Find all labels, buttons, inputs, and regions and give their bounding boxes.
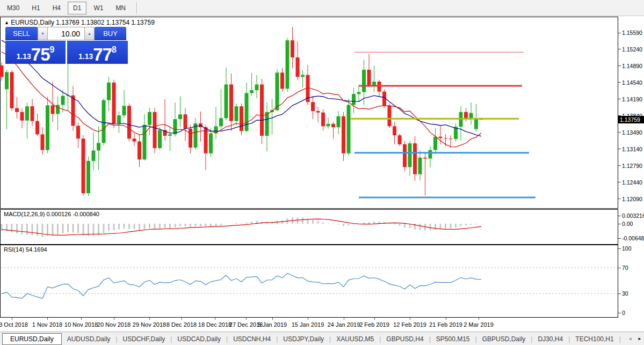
one-click-trading-widget: SELL ▼ ▲ BUY 1.13 75 9 1.13 77 8 <box>5 27 128 64</box>
chart-ohlc-values: 1.13769 1.13802 1.13754 1.13759 <box>56 19 155 26</box>
chart-tab-audusd-daily[interactable]: AUDUSD,Daily <box>62 334 116 344</box>
chart-tab-tech100-h1[interactable]: TECH100,H1 <box>570 334 619 344</box>
date-tick <box>114 318 114 320</box>
price-axis-label: 1.15590 <box>622 30 642 36</box>
date-tick <box>272 318 273 320</box>
toolbar-separator <box>136 2 137 14</box>
chart-tab-usdcad-daily[interactable]: USDCAD,Daily <box>172 334 226 344</box>
tab-scroll-right-icon[interactable]: ► <box>638 336 642 341</box>
volume-input[interactable] <box>48 27 84 40</box>
price-axis-label-tick <box>618 33 621 33</box>
buy-button[interactable]: BUY <box>95 27 126 40</box>
chart-tab-gbpusd-daily[interactable]: GBPUSD,Daily <box>477 334 531 344</box>
macd-label: MACD(12,26,9) 0.000126 -0.000840 <box>4 211 99 217</box>
date-tick <box>81 318 82 320</box>
sell-button[interactable]: SELL <box>5 27 38 40</box>
rsi-axis-label-tick <box>618 293 621 294</box>
chart-tab-sp500-m15[interactable]: SP500,M15 <box>431 334 475 344</box>
price-axis-label-tick <box>618 132 621 133</box>
date-tick <box>344 318 344 320</box>
macd-axis-label-tick <box>618 216 621 216</box>
buy-price-base: 1.13 <box>78 52 93 61</box>
timeframe-button-h4[interactable]: H4 <box>47 2 66 14</box>
date-label: 5 Jan 2019 <box>258 321 287 328</box>
chart-tab-usdcnh-h4[interactable]: USDCNH,H4 <box>228 334 276 344</box>
timeframe-button-m30[interactable]: M30 <box>2 2 25 14</box>
collapse-triangle-icon[interactable]: ▲ <box>4 20 9 25</box>
chart-tab-usdchf-daily[interactable]: USDCHF,Daily <box>118 334 171 344</box>
date-label: 24 Jan 2019 <box>328 321 360 328</box>
rsi-axis-label-tick <box>618 248 621 249</box>
date-tick <box>182 318 182 320</box>
date-tick <box>479 318 479 320</box>
price-axis-label-tick <box>618 82 621 83</box>
date-label: 29 Nov 2018 <box>133 321 166 328</box>
price-axis-label-tick <box>618 99 621 99</box>
current-price-tag: 1.13759 <box>618 116 644 123</box>
buy-price-point: 8 <box>112 45 117 55</box>
rsi-axis-label: 30 <box>622 290 628 297</box>
sell-price-base: 1.13 <box>17 52 31 61</box>
buy-price-display[interactable]: 1.13 77 8 <box>67 41 128 64</box>
sell-price-point: 9 <box>50 45 55 55</box>
chart-tab-usdjpy-daily[interactable]: USDJPY,Daily <box>278 334 329 344</box>
sell-price-pips: 75 <box>31 46 50 63</box>
timeframe-toolbar: M30H1H4D1W1MN <box>0 0 644 16</box>
price-axis-label: 1.12440 <box>622 179 642 186</box>
price-axis-label-tick <box>618 199 621 199</box>
chart-title: ▲ EURUSD,Daily 1.13769 1.13802 1.13754 1… <box>4 19 155 26</box>
tab-scroll-left-icon[interactable]: ◄ <box>628 336 632 341</box>
date-label: 2 Feb 2019 <box>359 321 389 328</box>
chart-symbol-label: EURUSD,Daily <box>11 19 54 26</box>
macd-axis-label-tick <box>618 224 621 224</box>
date-label: 18 Dec 2018 <box>198 321 231 328</box>
price-axis-label: 1.13140 <box>622 146 642 152</box>
date-tick <box>308 318 308 320</box>
timeframe-button-d1[interactable]: D1 <box>68 2 86 14</box>
buy-price-pips: 77 <box>93 46 112 63</box>
price-axis-label-tick <box>618 49 621 49</box>
chart-tab-gbpusd-h4[interactable]: GBPUSD,H4 <box>381 334 429 344</box>
date-label: 12 Feb 2019 <box>393 321 426 328</box>
volume-increase-button[interactable]: ▲ <box>84 27 95 40</box>
terminal-window: M30H1H4D1W1MN ▲ EURUSD,Daily 1.13769 1.1… <box>0 0 644 345</box>
price-axis-label: 1.14890 <box>622 63 642 69</box>
rsi-axis-label: 100 <box>622 245 632 252</box>
date-tick <box>446 318 446 320</box>
rsi-label: RSI(14) 54.1694 <box>4 246 47 253</box>
chart-tab-dj30-h4[interactable]: DJ30,H4 <box>532 334 568 344</box>
date-tick <box>47 318 48 320</box>
price-axis-label: 1.14540 <box>622 79 642 86</box>
macd-axis-label: 0.003216 <box>622 212 644 219</box>
rsi-axis-label-tick <box>618 313 621 313</box>
symbol-tab-bar: EURUSD,DailyAUDUSD,Daily|USDCHF,Daily|US… <box>0 332 644 345</box>
date-label: 1 Nov 2018 <box>32 321 62 328</box>
price-axis-label: 1.15240 <box>622 46 642 53</box>
price-axis-label: 1.13490 <box>622 129 642 136</box>
price-axis-label-tick <box>618 149 621 149</box>
sell-price-display[interactable]: 1.13 75 9 <box>5 41 66 64</box>
timeframe-button-w1[interactable]: W1 <box>88 2 108 14</box>
timeframe-button-h1[interactable]: H1 <box>26 2 45 14</box>
date-tick <box>149 318 150 320</box>
rsi-axis-label: 70 <box>622 265 628 271</box>
chart-tab-eurusd-daily[interactable]: EURUSD,Daily <box>2 333 62 345</box>
date-label: 20 Nov 2018 <box>97 321 131 328</box>
date-label: 21 Feb 2019 <box>429 321 462 328</box>
date-tick <box>246 318 247 320</box>
date-label: 15 Jan 2019 <box>292 321 324 328</box>
rsi-axis-label: 0 <box>622 310 625 316</box>
price-axis-label-tick <box>618 182 621 182</box>
date-label: 8 Dec 2018 <box>167 321 197 328</box>
date-label: 2 Mar 2019 <box>464 321 494 328</box>
date-tick <box>12 318 12 320</box>
chart-tab-xauusd-m5[interactable]: XAUUSD,M5 <box>331 334 379 344</box>
rsi-panel[interactable] <box>0 245 618 318</box>
timeframe-button-mn[interactable]: MN <box>110 2 131 14</box>
rsi-axis-label-tick <box>618 268 621 268</box>
price-axis-label-tick <box>618 65 621 66</box>
date-label: 23 Oct 2018 <box>0 321 28 328</box>
volume-decrease-button[interactable]: ▼ <box>38 27 48 40</box>
price-axis-label-tick <box>618 165 621 166</box>
price-axis-label: 1.12090 <box>622 196 642 202</box>
